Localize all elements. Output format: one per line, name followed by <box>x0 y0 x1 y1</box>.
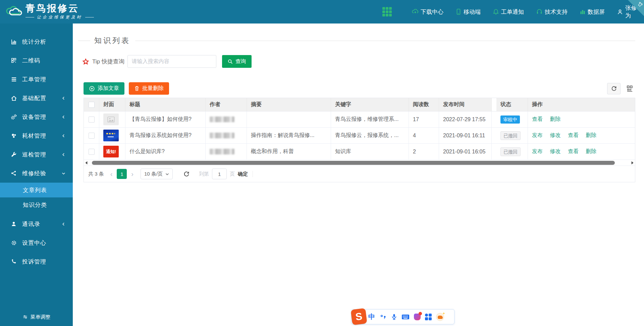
refresh-icon <box>611 85 617 92</box>
prev-page-icon[interactable]: ‹ <box>109 171 114 177</box>
view-link[interactable]: 查看 <box>568 132 579 138</box>
col-published: 发布时间 <box>439 98 492 111</box>
scrollbar-thumb[interactable] <box>92 161 615 165</box>
search-input[interactable] <box>127 55 216 68</box>
goto-confirm-button[interactable]: 确定 <box>238 171 253 177</box>
cover-image <box>103 130 119 141</box>
ime-language-mode[interactable]: 中 <box>368 312 375 321</box>
keyboard-icon[interactable] <box>401 314 410 320</box>
delete-link[interactable]: 删除 <box>586 132 596 138</box>
sidebar-item-base-config[interactable]: 基础配置 <box>0 89 73 107</box>
top-navigation: 下载中心 移动端 工单通知 技术支持 数据屏 <box>382 0 644 24</box>
publish-time: 2021-09-01 16:05 <box>439 144 492 160</box>
apps-grid-icon[interactable] <box>382 7 392 16</box>
quick-search-row: Tip 快捷查询 查询 <box>82 55 644 68</box>
chevron-down-icon <box>62 172 65 175</box>
publish-link[interactable]: 发布 <box>532 132 543 138</box>
table-header-row: 封面 标题 作者 摘要 关键字 阅读数 发布时间 状态 操作 <box>84 98 635 111</box>
menu-adjust[interactable]: 菜单调整 <box>0 311 73 323</box>
plus-circle-icon <box>89 86 95 92</box>
phone-icon <box>10 259 17 265</box>
status-badge: 已撤回 <box>500 131 521 140</box>
edit-link[interactable]: 修改 <box>550 148 560 154</box>
qrcode-icon <box>10 57 17 63</box>
sidebar-item-consumables[interactable]: 耗材管理 <box>0 126 73 145</box>
page-size-select[interactable]: 10 条/页 <box>141 169 173 179</box>
sidebar-item-repair-experience[interactable]: 维修经验 <box>0 164 73 183</box>
sidebar-subitem-article-list[interactable]: 文章列表 <box>0 183 73 197</box>
person-icon <box>10 221 17 227</box>
skin-icon[interactable] <box>414 314 421 320</box>
col-summary: 摘要 <box>247 98 331 111</box>
bell-icon <box>493 8 499 15</box>
next-page-icon[interactable]: › <box>130 171 135 177</box>
search-icon <box>227 59 233 64</box>
sidebar-item-stats[interactable]: 统计分析 <box>0 32 73 51</box>
refresh-list-icon[interactable] <box>183 171 190 177</box>
chevron-left-icon <box>62 153 65 156</box>
mobile-icon <box>455 8 462 15</box>
cover-notice: 通知! <box>103 146 119 157</box>
edit-link[interactable]: 修改 <box>550 132 560 138</box>
sidebar-item-inspection[interactable]: 巡检管理 <box>0 145 73 164</box>
sidebar: 统计分析 二维码 工单管理 基础配置 设备管理 耗材 <box>0 24 73 326</box>
brand-logo[interactable]: 青鸟报修云 让企业维保更及时 <box>0 0 134 24</box>
main-content: 知识列表 Tip 快捷查询 查询 添加文章 批量删除 <box>73 24 644 326</box>
column-settings-button[interactable] <box>624 83 635 94</box>
sidebar-item-workorders[interactable]: 工单管理 <box>0 70 73 89</box>
sogou-logo[interactable]: S <box>351 308 367 325</box>
scrollbar-track[interactable] <box>90 161 629 165</box>
nav-mobile[interactable]: 移动端 <box>455 8 481 16</box>
home-icon <box>10 95 17 101</box>
bar-chart-icon <box>580 9 586 15</box>
article-keywords: 知识库 <box>331 144 409 160</box>
author-redacted <box>210 133 234 138</box>
select-all-checkbox[interactable] <box>89 102 95 108</box>
sidebar-subitem-knowledge-category[interactable]: 知识分类 <box>0 197 73 212</box>
brand-tagline: 让企业维保更及时 <box>25 14 94 20</box>
scroll-right-arrow-icon[interactable] <box>630 161 634 165</box>
article-keywords: 青鸟报修云，报修系统，... <box>331 128 409 144</box>
goto-page-input[interactable] <box>212 169 227 179</box>
page-number[interactable]: 1 <box>117 169 127 179</box>
add-article-button[interactable]: 添加文章 <box>84 82 124 95</box>
share-icon <box>10 170 17 176</box>
view-link[interactable]: 查看 <box>568 148 579 154</box>
read-count: 4 <box>409 128 439 144</box>
article-title: 青鸟报修云系统如何使用? <box>125 128 206 144</box>
nav-support[interactable]: 技术支持 <box>536 8 568 16</box>
sidebar-item-qrcode[interactable]: 二维码 <box>0 51 73 70</box>
punctuation-icon[interactable] <box>379 314 387 320</box>
batch-delete-button[interactable]: 批量删除 <box>129 82 169 95</box>
nav-download-center[interactable]: 下载中心 <box>412 8 443 16</box>
sidebar-item-devices[interactable]: 设备管理 <box>0 107 73 126</box>
article-keywords: 青鸟云报修，维修管理系... <box>331 111 409 128</box>
row-checkbox[interactable] <box>89 117 95 123</box>
scroll-left-arrow-icon[interactable] <box>85 161 89 165</box>
cover-placeholder <box>103 113 119 125</box>
delete-link[interactable]: 删除 <box>586 148 596 154</box>
nav-data-screen[interactable]: 数据屏 <box>580 8 605 16</box>
column-settings-icon <box>626 85 633 92</box>
sidebar-item-complaints[interactable]: 投诉管理 <box>0 252 73 271</box>
page-title-row: 知识列表 <box>78 36 635 46</box>
row-checkbox[interactable] <box>89 149 95 155</box>
view-link[interactable]: 查看 <box>532 116 543 122</box>
sidebar-item-settings[interactable]: 设置中心 <box>0 233 73 252</box>
toolbox-grid-icon[interactable] <box>425 314 432 320</box>
delete-link[interactable]: 删除 <box>550 116 560 122</box>
article-title: 【青鸟云报修】如何使用? <box>125 111 206 128</box>
emoji-icon[interactable] <box>436 313 444 321</box>
refresh-table-button[interactable] <box>607 83 621 94</box>
goto-label: 到第 <box>199 171 209 177</box>
search-button[interactable]: 查询 <box>222 55 252 68</box>
row-checkbox[interactable] <box>89 133 95 139</box>
microphone-icon[interactable] <box>391 314 397 320</box>
nav-notifications[interactable]: 工单通知 <box>493 8 524 16</box>
col-actions: 操作 <box>528 98 635 111</box>
publish-link[interactable]: 发布 <box>532 148 543 154</box>
list-icon <box>10 76 17 83</box>
top-header: 青鸟报修云 让企业维保更及时 下载中心 移动端 工单通知 <box>0 0 644 24</box>
sidebar-item-contacts[interactable]: 通讯录 <box>0 215 73 233</box>
chevron-left-icon <box>62 222 65 226</box>
